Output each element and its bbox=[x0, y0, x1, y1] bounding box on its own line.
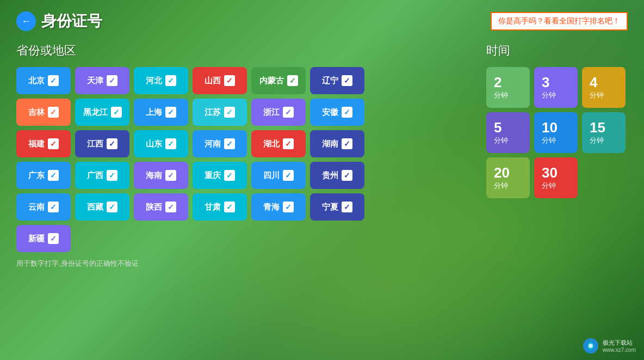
province-label: 陕西 bbox=[146, 202, 162, 212]
time-unit: 分钟 bbox=[542, 136, 556, 145]
province-label: 安徽 bbox=[322, 107, 338, 118]
time-unit: 分钟 bbox=[542, 181, 556, 191]
province-label: 北京 bbox=[28, 76, 45, 86]
province-btn[interactable]: 湖北 bbox=[251, 130, 306, 157]
check-icon bbox=[224, 75, 235, 86]
check-icon bbox=[287, 75, 298, 86]
province-btn[interactable]: 辽宁 bbox=[310, 67, 364, 94]
province-btn[interactable]: 宁夏 bbox=[310, 193, 364, 221]
check-icon bbox=[165, 170, 176, 181]
province-btn[interactable]: 新疆 bbox=[16, 225, 71, 252]
check-icon bbox=[48, 107, 59, 118]
check-icon bbox=[224, 202, 235, 212]
back-button[interactable]: ← bbox=[16, 11, 36, 31]
province-btn[interactable]: 浙江 bbox=[251, 99, 306, 126]
time-btn[interactable]: 30分钟 bbox=[534, 157, 578, 198]
province-btn[interactable]: 陕西 bbox=[134, 193, 188, 221]
time-btn[interactable]: 5分钟 bbox=[486, 112, 530, 153]
time-grid: 2分钟3分钟4分钟5分钟10分钟15分钟20分钟30分钟 bbox=[486, 67, 628, 198]
province-btn[interactable]: 青海 bbox=[251, 193, 306, 221]
right-section: 时间 2分钟3分钟4分钟5分钟10分钟15分钟20分钟30分钟 bbox=[486, 42, 628, 269]
time-unit: 分钟 bbox=[590, 90, 604, 100]
province-btn[interactable]: 云南 bbox=[16, 193, 71, 221]
province-btn[interactable]: 贵州 bbox=[310, 162, 364, 189]
province-btn[interactable]: 山西 bbox=[193, 67, 247, 94]
province-label: 海南 bbox=[146, 170, 162, 181]
time-number: 4 bbox=[590, 75, 597, 89]
province-label: 吉林 bbox=[28, 107, 45, 118]
check-icon bbox=[107, 75, 117, 86]
check-icon bbox=[342, 170, 352, 181]
province-label: 贵州 bbox=[322, 170, 338, 181]
province-btn[interactable]: 湖南 bbox=[310, 130, 364, 157]
province-btn[interactable]: 广西 bbox=[75, 162, 129, 189]
time-unit: 分钟 bbox=[494, 90, 508, 100]
time-number: 30 bbox=[542, 166, 558, 180]
time-btn[interactable]: 10分钟 bbox=[534, 112, 578, 153]
province-label: 湖南 bbox=[322, 139, 338, 149]
province-btn[interactable]: 西藏 bbox=[75, 193, 129, 221]
province-label: 山东 bbox=[146, 139, 162, 149]
header: ← 身份证号 你是高手吗？看看全国打字排名吧！ bbox=[16, 11, 628, 32]
time-btn[interactable]: 3分钟 bbox=[534, 67, 578, 108]
time-btn[interactable]: 15分钟 bbox=[582, 112, 626, 153]
province-label: 江西 bbox=[87, 139, 103, 149]
province-btn[interactable]: 海南 bbox=[134, 162, 188, 189]
province-label: 河北 bbox=[146, 76, 162, 86]
ranking-link[interactable]: 你是高手吗？看看全国打字排名吧！ bbox=[491, 12, 628, 30]
province-grid: 北京天津河北山西内蒙古辽宁吉林黑龙江上海江苏浙江安徽福建江西山东河南湖北湖南广东… bbox=[16, 67, 454, 252]
province-btn[interactable]: 广东 bbox=[16, 162, 71, 189]
province-label: 辽宁 bbox=[322, 76, 338, 86]
province-btn[interactable]: 河北 bbox=[134, 67, 188, 94]
province-label: 山西 bbox=[205, 76, 221, 86]
province-label: 福建 bbox=[28, 139, 45, 149]
province-btn[interactable]: 江西 bbox=[75, 130, 129, 157]
province-btn[interactable]: 山东 bbox=[134, 130, 188, 157]
province-label: 重庆 bbox=[205, 170, 221, 181]
check-icon bbox=[111, 107, 122, 118]
logo-icon bbox=[582, 337, 599, 355]
province-label: 湖北 bbox=[263, 139, 280, 149]
time-btn[interactable]: 4分钟 bbox=[582, 67, 626, 108]
time-number: 5 bbox=[494, 120, 501, 135]
check-icon bbox=[224, 107, 235, 118]
time-unit: 分钟 bbox=[590, 136, 604, 145]
check-icon bbox=[48, 75, 59, 86]
province-btn[interactable]: 内蒙古 bbox=[251, 67, 306, 94]
province-btn[interactable]: 吉林 bbox=[16, 99, 71, 126]
check-icon bbox=[283, 202, 294, 212]
time-btn[interactable]: 2分钟 bbox=[486, 67, 530, 108]
province-btn[interactable]: 甘肃 bbox=[193, 193, 247, 221]
header-left: ← 身份证号 bbox=[16, 11, 102, 32]
province-btn[interactable]: 北京 bbox=[16, 67, 71, 94]
province-label: 广西 bbox=[87, 170, 103, 181]
province-btn[interactable]: 重庆 bbox=[193, 162, 247, 189]
check-icon bbox=[165, 107, 176, 118]
province-btn[interactable]: 福建 bbox=[16, 130, 71, 157]
check-icon bbox=[48, 170, 59, 181]
province-label: 黑龙江 bbox=[83, 107, 108, 118]
time-number: 20 bbox=[494, 166, 510, 180]
province-label: 广东 bbox=[28, 170, 45, 181]
time-number: 10 bbox=[542, 120, 558, 135]
province-btn[interactable]: 江苏 bbox=[193, 99, 247, 126]
check-icon bbox=[342, 202, 352, 212]
province-btn[interactable]: 四川 bbox=[251, 162, 306, 189]
province-btn[interactable]: 河南 bbox=[193, 130, 247, 157]
logo: 极光下载站 www.xz7.com bbox=[582, 337, 636, 355]
check-icon bbox=[283, 138, 294, 149]
time-number: 3 bbox=[542, 75, 549, 89]
disclaimer: 用于数字打字,身份证号的正确性不验证 bbox=[16, 259, 454, 269]
province-label: 云南 bbox=[28, 202, 45, 212]
province-label: 甘肃 bbox=[205, 202, 221, 212]
province-label: 河南 bbox=[205, 139, 221, 149]
time-btn[interactable]: 20分钟 bbox=[486, 157, 530, 198]
province-btn[interactable]: 黑龙江 bbox=[75, 99, 129, 126]
province-btn[interactable]: 安徽 bbox=[310, 99, 364, 126]
page-title: 身份证号 bbox=[41, 11, 102, 32]
province-section-title: 省份或地区 bbox=[16, 42, 454, 59]
province-btn[interactable]: 天津 bbox=[75, 67, 129, 94]
province-label: 四川 bbox=[263, 170, 280, 181]
province-btn[interactable]: 上海 bbox=[134, 99, 188, 126]
check-icon bbox=[107, 138, 117, 149]
